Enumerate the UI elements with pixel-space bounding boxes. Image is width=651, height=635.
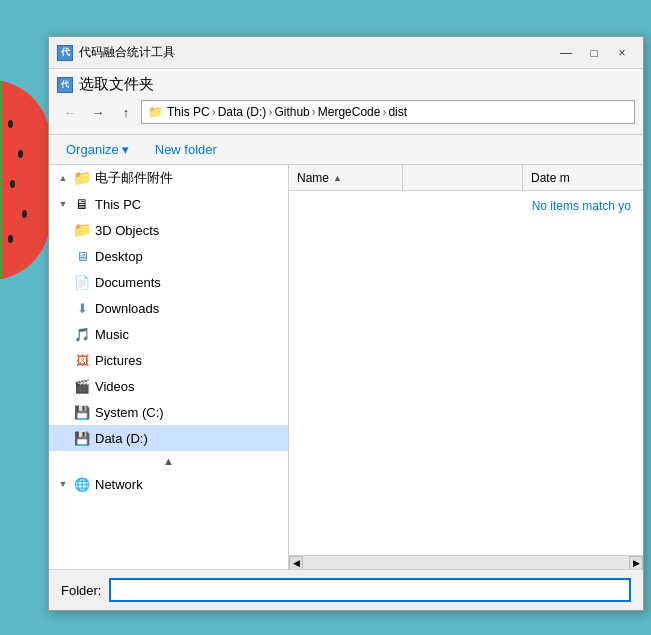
- maximize-button[interactable]: □: [581, 43, 607, 63]
- address-folder-icon: 📁: [148, 105, 163, 119]
- right-panel: Name ▲ Date m No items match yo ◀ ▶: [289, 165, 643, 569]
- file-dialog: 代 代码融合统计工具 — □ × 代 选取文件夹 ← → ↑ 📁 This PC…: [48, 36, 644, 611]
- tree-item-label: Videos: [95, 379, 135, 394]
- bottom-area: Folder:: [49, 569, 643, 610]
- title-bar-text: 代码融合统计工具: [79, 44, 553, 61]
- col-name-label: Name: [297, 171, 329, 185]
- tree-item-pictures[interactable]: 🖼 Pictures: [49, 347, 288, 373]
- data-drive-icon: 💾: [73, 429, 91, 447]
- nav-back-button[interactable]: ←: [57, 100, 83, 124]
- tree-item-label: Desktop: [95, 249, 143, 264]
- tree-item-label: Downloads: [95, 301, 159, 316]
- tree-item-videos[interactable]: 🎬 Videos: [49, 373, 288, 399]
- address-part-1: Data (D:): [218, 105, 267, 119]
- expand-icon: ▲: [57, 172, 69, 184]
- col-header-date[interactable]: Date m: [523, 165, 643, 190]
- system-drive-icon: 💾: [73, 403, 91, 421]
- scroll-track[interactable]: [303, 556, 629, 570]
- videos-icon: 🎬: [73, 377, 91, 395]
- pictures-icon: 🖼: [73, 351, 91, 369]
- tree-item-label: 3D Objects: [95, 223, 159, 238]
- tree-item-label: This PC: [95, 197, 141, 212]
- tree-item-label: Music: [95, 327, 129, 342]
- tree-item-label: System (C:): [95, 405, 164, 420]
- folder-icon: 📁: [73, 169, 91, 187]
- tree-item-desktop[interactable]: 🖥 Desktop: [49, 243, 288, 269]
- organize-label: Organize: [66, 142, 119, 157]
- toolbar: Organize ▾ New folder: [49, 135, 643, 165]
- tree-item-label: Network: [95, 477, 143, 492]
- close-button[interactable]: ×: [609, 43, 635, 63]
- desktop-icon: 🖥: [73, 247, 91, 265]
- tree-item-email-attachments[interactable]: ▲ 📁 电子邮件附件: [49, 165, 288, 191]
- expand-icon: ▼: [57, 478, 69, 490]
- tree-item-label: Pictures: [95, 353, 142, 368]
- tree-item-documents[interactable]: 📄 Documents: [49, 269, 288, 295]
- col-date-label: Date m: [531, 171, 570, 185]
- tree-item-data-d[interactable]: 💾 Data (D:): [49, 425, 288, 451]
- horizontal-scrollbar: ◀ ▶: [289, 555, 643, 569]
- seed: [10, 180, 15, 188]
- column-headers: Name ▲ Date m: [289, 165, 643, 191]
- tree-item-label: Documents: [95, 275, 161, 290]
- pc-icon: 🖥: [73, 195, 91, 213]
- address-part-2: Github: [274, 105, 309, 119]
- tree-item-music[interactable]: 🎵 Music: [49, 321, 288, 347]
- seed: [22, 210, 27, 218]
- address-part-3: MergeCode: [318, 105, 381, 119]
- documents-icon: 📄: [73, 273, 91, 291]
- empty-message-area: No items match yo: [289, 191, 643, 555]
- left-panel: ▲ 📁 电子邮件附件 ▼ 🖥 This PC 📁 3D Objects 🖥 De…: [49, 165, 289, 569]
- tree-item-downloads[interactable]: ⬇ Downloads: [49, 295, 288, 321]
- tree-item-label: Data (D:): [95, 431, 148, 446]
- new-folder-button[interactable]: New folder: [146, 138, 226, 161]
- folder-icon: 📁: [73, 221, 91, 239]
- seed: [8, 235, 13, 243]
- title-bar-controls: — □ ×: [553, 43, 635, 63]
- network-icon: 🌐: [73, 475, 91, 493]
- downloads-icon: ⬇: [73, 299, 91, 317]
- scroll-up-indicator: ▲: [49, 451, 288, 471]
- tree-item-network[interactable]: ▼ 🌐 Network: [49, 471, 288, 497]
- organize-button[interactable]: Organize ▾: [57, 138, 138, 161]
- address-bar[interactable]: 📁 This PC › Data (D:) › Github › MergeCo…: [141, 100, 635, 124]
- folder-input[interactable]: [109, 578, 631, 602]
- music-icon: 🎵: [73, 325, 91, 343]
- nav-bar: ← → ↑ 📁 This PC › Data (D:) › Github › M…: [57, 100, 635, 124]
- seed: [18, 150, 23, 158]
- seed: [8, 120, 13, 128]
- minimize-button[interactable]: —: [553, 43, 579, 63]
- title-bar: 代 代码融合统计工具 — □ ×: [49, 37, 643, 69]
- empty-message: No items match yo: [532, 199, 631, 213]
- app-icon: 代: [57, 45, 73, 61]
- sort-arrow: ▲: [333, 173, 342, 183]
- new-folder-label: New folder: [155, 142, 217, 157]
- nav-forward-button[interactable]: →: [85, 100, 111, 124]
- address-part-4: dist: [388, 105, 407, 119]
- scroll-right-button[interactable]: ▶: [629, 556, 643, 570]
- tree-item-label: 电子邮件附件: [95, 169, 173, 187]
- col-header-type[interactable]: [403, 165, 523, 190]
- tree-item-3d-objects[interactable]: 📁 3D Objects: [49, 217, 288, 243]
- address-part-0: This PC: [167, 105, 210, 119]
- watermelon-decoration: [0, 80, 50, 280]
- organize-arrow: ▾: [122, 142, 129, 157]
- dialog-header: 代 选取文件夹 ← → ↑ 📁 This PC › Data (D:) › Gi…: [49, 69, 643, 135]
- tree-item-system-c[interactable]: 💾 System (C:): [49, 399, 288, 425]
- scroll-up-arrow[interactable]: ▲: [155, 453, 182, 469]
- folder-label: Folder:: [61, 583, 101, 598]
- tree-item-this-pc[interactable]: ▼ 🖥 This PC: [49, 191, 288, 217]
- scroll-left-button[interactable]: ◀: [289, 556, 303, 570]
- dialog-title: 选取文件夹: [79, 75, 154, 94]
- col-header-name[interactable]: Name ▲: [289, 165, 403, 190]
- expand-icon: ▼: [57, 198, 69, 210]
- dialog-title-row: 代 选取文件夹: [57, 75, 635, 94]
- content-area: ▲ 📁 电子邮件附件 ▼ 🖥 This PC 📁 3D Objects 🖥 De…: [49, 165, 643, 569]
- dialog-icon: 代: [57, 77, 73, 93]
- nav-up-button[interactable]: ↑: [113, 100, 139, 124]
